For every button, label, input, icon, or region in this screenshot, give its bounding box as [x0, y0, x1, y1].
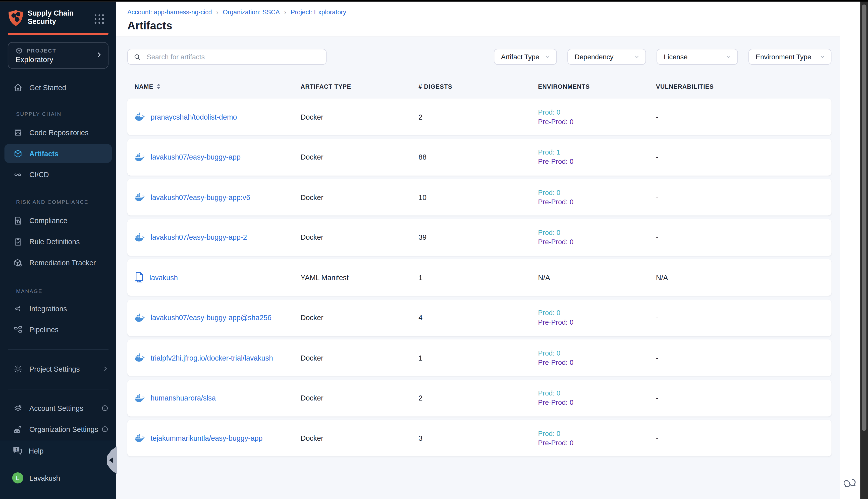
sidebar-item-pipelines[interactable]: Pipelines	[0, 319, 116, 340]
filter-license[interactable]: License	[657, 49, 738, 65]
section-label-supply-chain: SUPPLY CHAIN	[0, 111, 116, 117]
docker-icon	[135, 233, 145, 242]
docker-icon	[135, 434, 145, 442]
table-row: lavakush07/easy-buggy-app-2 Docker 39 Pr…	[127, 219, 832, 256]
artifact-name-link[interactable]: lavakush	[149, 273, 178, 282]
user-menu[interactable]: L Lavakush	[0, 467, 116, 488]
table-row: tejakummarikuntla/easy-buggy-app Docker …	[127, 420, 832, 456]
preprod-environment-link[interactable]: Pre-Prod: 0	[538, 118, 656, 125]
brand-accent-bar	[8, 33, 109, 35]
sidebar-item-organization-settings[interactable]: Organization Settings	[0, 418, 116, 440]
artifact-name-link[interactable]: tejakummarikuntla/easy-buggy-app	[151, 434, 263, 442]
column-header-digests: # DIGESTS	[419, 83, 538, 90]
prod-environment-link[interactable]: Prod: 0	[538, 389, 656, 397]
environments-cell: Prod: 0 Pre-Prod: 0	[538, 108, 656, 125]
prod-environment-link[interactable]: Prod: 0	[538, 429, 656, 437]
main-area: Account: app-harness-ng-cicd › Organizat…	[116, 2, 840, 499]
digest-count-value: 3	[419, 434, 538, 442]
help-button[interactable]: ? Help	[0, 440, 116, 461]
artifact-name-link[interactable]: lavakush07/easy-buggy-app:v6	[151, 193, 250, 201]
project-label: PROJECT	[27, 48, 57, 54]
column-header-artifact-type: ARTIFACT TYPE	[301, 83, 419, 90]
artifact-type-value: Docker	[301, 394, 419, 402]
column-header-environments: ENVIRONMENTS	[538, 83, 656, 90]
filter-group: Artifact Type Dependency License	[494, 49, 831, 65]
breadcrumb-account-link[interactable]: Account: app-harness-ng-cicd	[127, 9, 212, 15]
breadcrumb: Account: app-harness-ng-cicd › Organizat…	[127, 9, 346, 15]
docker-icon	[135, 153, 145, 161]
environments-cell: Prod: 0 Pre-Prod: 0	[538, 229, 656, 246]
vulnerabilities-value: -	[656, 394, 832, 402]
column-header-name[interactable]: NAME	[135, 83, 301, 90]
section-label-manage: MANAGE	[0, 288, 116, 294]
sidebar-item-compliance[interactable]: Compliance	[0, 210, 116, 231]
artifacts-cube-icon	[13, 148, 23, 159]
prod-environment-link[interactable]: Prod: 0	[538, 108, 656, 116]
artifact-name-link[interactable]: lavakush07/easy-buggy-app@sha256	[151, 314, 272, 322]
preprod-environment-link[interactable]: Pre-Prod: 0	[538, 158, 656, 166]
sidebar-footer: ? Help L Lavakush	[0, 440, 116, 499]
chevron-right-icon	[102, 366, 109, 372]
sidebar-item-integrations[interactable]: Integrations	[0, 298, 116, 319]
prod-environment-link[interactable]: Prod: 0	[538, 229, 656, 236]
filter-artifact-type[interactable]: Artifact Type	[494, 49, 557, 65]
sidebar-item-remediation-tracker[interactable]: Remediation Tracker	[0, 252, 116, 273]
filter-environment-type[interactable]: Environment Type	[748, 49, 832, 65]
preprod-environment-link[interactable]: Pre-Prod: 0	[538, 318, 656, 326]
sidebar-item-account-settings[interactable]: Account Settings	[0, 398, 116, 419]
sort-icon	[156, 83, 161, 90]
pipelines-icon	[13, 325, 23, 335]
sidebar-item-code-repositories[interactable]: Code Repositories	[0, 122, 116, 143]
vulnerabilities-value: -	[656, 434, 832, 442]
svg-text:YML: YML	[135, 279, 142, 283]
artifact-type-value: Docker	[301, 434, 419, 442]
breadcrumb-project-link[interactable]: Project: Exploratory	[290, 9, 346, 15]
artifact-type-value: Docker	[301, 113, 419, 121]
prod-environment-link[interactable]: Prod: 0	[538, 309, 656, 317]
sidebar-item-project-settings[interactable]: Project Settings	[0, 358, 116, 379]
project-cube-icon	[15, 47, 23, 54]
artifact-type-value: YAML Manifest	[301, 273, 419, 282]
info-icon	[101, 426, 109, 433]
environments-na: N/A	[538, 273, 656, 282]
artifact-type-value: Docker	[301, 153, 419, 161]
preprod-environment-link[interactable]: Pre-Prod: 0	[538, 399, 656, 406]
scrollbar-thumb[interactable]	[862, 4, 867, 431]
preprod-environment-link[interactable]: Pre-Prod: 0	[538, 238, 656, 246]
integrations-icon	[13, 304, 23, 314]
digest-count-value: 39	[419, 233, 538, 242]
page-title: Artifacts	[127, 19, 172, 32]
environments-cell: Prod: 0 Pre-Prod: 0	[538, 188, 656, 206]
home-icon	[13, 82, 23, 93]
sidebar-item-artifacts[interactable]: Artifacts	[4, 144, 112, 163]
artifact-name-link[interactable]: pranaycshah/todolist-demo	[151, 113, 237, 121]
docker-icon	[135, 353, 145, 362]
info-icon	[101, 404, 109, 412]
docker-icon	[135, 313, 145, 322]
artifact-name-link[interactable]: lavakush07/easy-buggy-app-2	[151, 233, 247, 242]
breadcrumb-organization-link[interactable]: Organization: SSCA	[223, 9, 280, 15]
prod-environment-link[interactable]: Prod: 1	[538, 148, 656, 156]
layers-gear-icon	[13, 403, 23, 413]
table-row: pranaycshah/todolist-demo Docker 2 Prod:…	[127, 98, 832, 135]
sidebar-divider	[8, 389, 109, 389]
project-selector[interactable]: PROJECT Exploratory	[8, 42, 109, 69]
search-input[interactable]	[146, 52, 321, 61]
clipboard-check-icon	[13, 236, 23, 246]
user-avatar: L	[12, 472, 23, 484]
sidebar-item-get-started[interactable]: Get Started	[0, 77, 116, 98]
artifact-name-link[interactable]: humanshuarora/slsa	[151, 394, 216, 402]
artifact-name-link[interactable]: trialpfv2hi.jfrog.io/docker-trial/lavaku…	[151, 354, 273, 362]
filter-dependency[interactable]: Dependency	[567, 49, 646, 65]
preprod-environment-link[interactable]: Pre-Prod: 0	[538, 198, 656, 206]
preprod-environment-link[interactable]: Pre-Prod: 0	[538, 358, 656, 366]
sidebar-header: Supply Chain Security	[0, 2, 116, 32]
app-grid-icon[interactable]	[95, 14, 104, 24]
prod-environment-link[interactable]: Prod: 0	[538, 188, 656, 196]
sidebar-item-rule-definitions[interactable]: Rule Definitions	[0, 231, 116, 252]
prod-environment-link[interactable]: Prod: 0	[538, 349, 656, 357]
preprod-environment-link[interactable]: Pre-Prod: 0	[538, 439, 656, 447]
sidebar-item-cicd[interactable]: CI/CD	[0, 164, 116, 185]
support-chat-icon[interactable]	[844, 477, 857, 490]
artifact-name-link[interactable]: lavakush07/easy-buggy-app	[151, 153, 240, 161]
